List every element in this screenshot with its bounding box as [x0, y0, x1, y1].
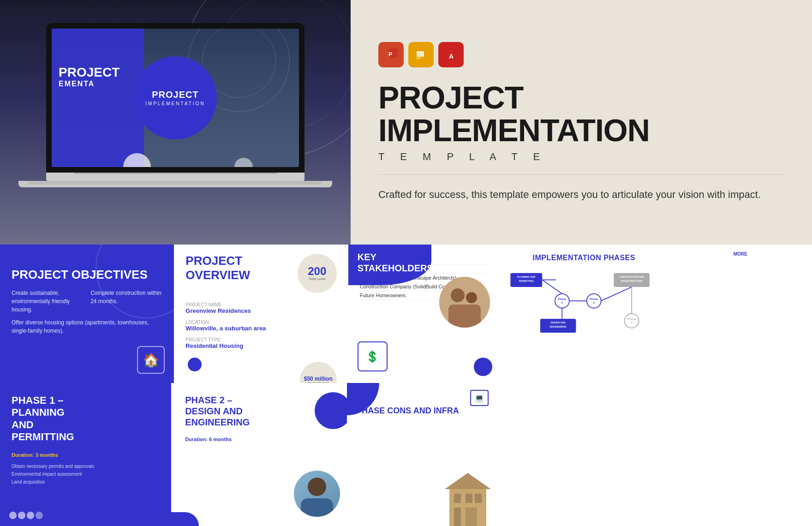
tt2-label2: Location:	[185, 320, 336, 325]
thumb-bt4	[496, 383, 667, 526]
svg-text:Phase: Phase	[558, 298, 567, 300]
tt2-label1: Project Name:	[185, 302, 336, 307]
tt1-title: PROJECT OBJECTIVES	[12, 268, 162, 282]
svg-text:1: 1	[561, 301, 563, 304]
tt2-stat-num: 200	[308, 266, 326, 277]
title-divider	[378, 174, 784, 175]
tt2-field3: Project Type: Residential Housing	[185, 337, 336, 349]
person-icon-2	[18, 512, 25, 519]
ppt-svg: P	[384, 48, 399, 62]
svg-text:2: 2	[593, 301, 595, 304]
tt2-title-area: PROJECT OVERVIEW	[185, 254, 250, 282]
svg-text:Phase: Phase	[627, 317, 636, 320]
person-icon-4	[36, 512, 43, 519]
page-layout: PROJECT EMENTA PROJECT IMPLEMENTATION	[0, 0, 812, 526]
screen-text-overlay: PROJECT EMENTA	[59, 66, 119, 88]
svg-text:CONSTRUCTION AND: CONSTRUCTION AND	[619, 275, 644, 278]
tt1-house-icon: 🏠	[137, 346, 165, 374]
bt1-tasks-area: Obtain necessary permits and approvals E…	[12, 462, 160, 486]
slides-svg	[414, 48, 429, 62]
screen-center-circle: PROJECT IMPLEMENTATION	[134, 56, 217, 139]
svg-marker-44	[445, 473, 491, 489]
slides-icon[interactable]	[408, 42, 434, 67]
overview-title-l1: PROJECT	[185, 254, 242, 268]
svg-point-36	[308, 478, 326, 496]
tt2-header: PROJECT OVERVIEW 200 Total Units	[185, 254, 336, 293]
tt2-budget-num: $50 million	[304, 376, 333, 382]
screen-blue-overlay	[52, 29, 144, 167]
tt1-col2: Complete construction within 24 months.	[90, 289, 162, 314]
thumbnails-section: PROJECT OBJECTIVES Create sustainable, e…	[0, 245, 812, 526]
thumb-bt5-partial	[667, 383, 812, 526]
title-project: PROJECT	[378, 80, 523, 115]
person-icon-3	[27, 512, 34, 519]
svg-point-10	[466, 292, 477, 303]
laptop-hinge	[74, 173, 277, 174]
svg-point-24	[587, 294, 601, 308]
svg-rect-5	[417, 58, 421, 59]
svg-text:PERMITTING: PERMITTING	[519, 280, 534, 282]
bt1-content: PHASE 1 –PLANNINGANDPERMITTING Duration:…	[12, 394, 160, 486]
tt1-content: PROJECT OBJECTIVES Create sustainable, e…	[12, 268, 162, 335]
tt4-title: IMPLEMENTATION PHASES	[508, 254, 659, 262]
tt2-field2: Location: Willowville, a suburban area	[185, 320, 336, 332]
bt1-people-icons	[9, 512, 43, 519]
svg-rect-39	[454, 494, 461, 503]
bt1-tasks: Obtain necessary permits and approvals E…	[12, 462, 160, 486]
screen-project-text: PROJECT	[59, 66, 119, 80]
tt2-label3: Project Type:	[185, 337, 336, 342]
overview-title-l2: OVERVIEW	[185, 268, 250, 282]
svg-point-9	[451, 288, 465, 302]
thumb-key-stakeholders: KEY STAKEHOLDERS Greenview Developers Wi…	[348, 245, 499, 383]
svg-text:ENGINEERING: ENGINEERING	[550, 325, 567, 328]
phases-diagram-svg: PLANNING AND PERMITTING Phase 1 DESIGN A…	[508, 262, 659, 364]
svg-rect-4	[417, 51, 424, 57]
svg-text:P: P	[388, 51, 392, 58]
svg-text:Phase: Phase	[590, 298, 598, 300]
laptop-base	[46, 173, 304, 181]
svg-line-31	[601, 287, 632, 301]
house-icon: 🏠	[137, 346, 165, 374]
svg-rect-37	[301, 498, 333, 517]
dollar-icon: 💲	[365, 350, 379, 363]
tt1-text3: Offer diverse housing options (apartment…	[12, 318, 162, 335]
thumb-phase3: PHASE CONS AND INFRA 💻	[347, 383, 495, 526]
tt3-money-icon: 💲	[358, 341, 388, 371]
bt2-duration-area: Duration: 6 months	[185, 435, 333, 443]
tt1-text2: Complete construction within 24 months.	[90, 289, 162, 305]
laptop: PROJECT EMENTA PROJECT IMPLEMENTATION	[46, 23, 304, 187]
thumb-5-partial: MORE	[669, 245, 812, 383]
bt1-duration-area: Duration: 3 months	[12, 450, 160, 459]
powerpoint-icon[interactable]: P	[378, 42, 404, 67]
svg-rect-43	[466, 508, 477, 526]
bt1-title: PHASE 1 –PLANNINGANDPERMITTING	[12, 394, 160, 443]
bt2-title: PHASE 2 –DESIGN ANDENGINEERING	[185, 394, 333, 428]
main-title-line1: PROJECT IMPLEMENTATION	[378, 81, 784, 147]
tt3-stakeholder-img	[439, 277, 490, 328]
hero-info-panel: P A PROJECT	[351, 0, 812, 245]
svg-text:3: 3	[631, 321, 633, 324]
svg-rect-11	[448, 305, 481, 328]
building-svg	[440, 471, 496, 526]
svg-rect-42	[454, 508, 461, 526]
svg-point-32	[625, 314, 639, 328]
bt2-duration: Duration: 6 months	[185, 436, 232, 442]
bt2-person-circle	[294, 471, 340, 517]
svg-line-19	[542, 280, 562, 293]
thumb-project-objectives: PROJECT OBJECTIVES Create sustainable, e…	[0, 245, 174, 383]
tt5-hint: MORE	[675, 251, 805, 257]
svg-text:PLANNING AND: PLANNING AND	[517, 275, 536, 278]
bottom-thumb-row: PHASE 1 –PLANNINGANDPERMITTING Duration:…	[0, 383, 812, 526]
svg-text:DESIGN AND: DESIGN AND	[551, 321, 566, 324]
pdf-icon[interactable]: A	[438, 42, 464, 67]
tt2-value1: Greenview Residences	[185, 307, 336, 314]
bt2-content: PHASE 2 –DESIGN ANDENGINEERING Duration:…	[185, 394, 333, 443]
svg-rect-41	[475, 494, 482, 503]
thumb-project-overview: PROJECT OVERVIEW 200 Total Units Project…	[174, 245, 348, 383]
pdf-svg: A	[444, 48, 459, 62]
svg-text:INFRASTRUCTURE: INFRASTRUCTURE	[621, 280, 643, 282]
tt1-col3: Offer diverse housing options (apartment…	[12, 318, 162, 335]
bt3-content: PHASE CONS AND INFRA	[347, 383, 495, 425]
bt3-title: PHASE CONS AND INFRA	[356, 406, 486, 416]
thumb-phase2: PHASE 2 –DESIGN ANDENGINEERING Duration:…	[171, 383, 347, 526]
